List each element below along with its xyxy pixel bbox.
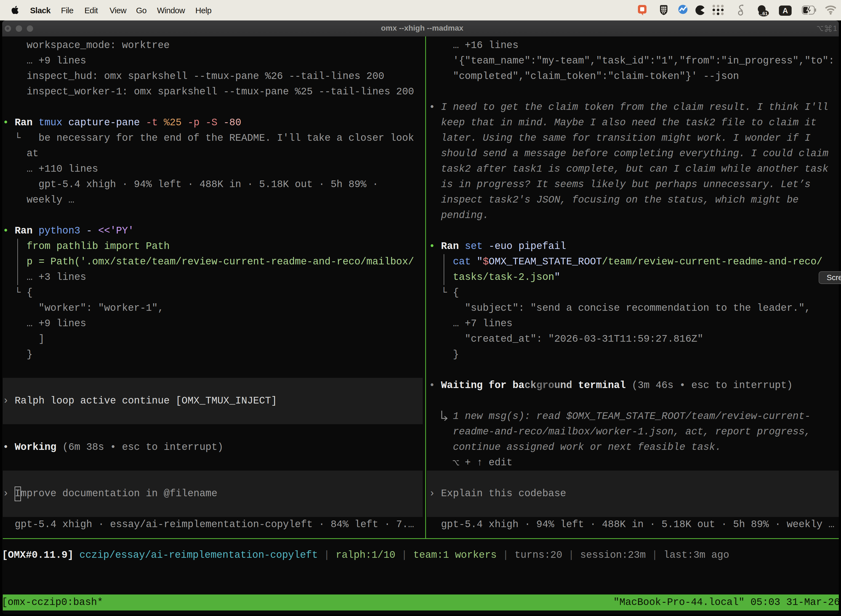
svg-text:..61: ..61 xyxy=(760,11,768,16)
svg-text:A: A xyxy=(782,7,788,15)
